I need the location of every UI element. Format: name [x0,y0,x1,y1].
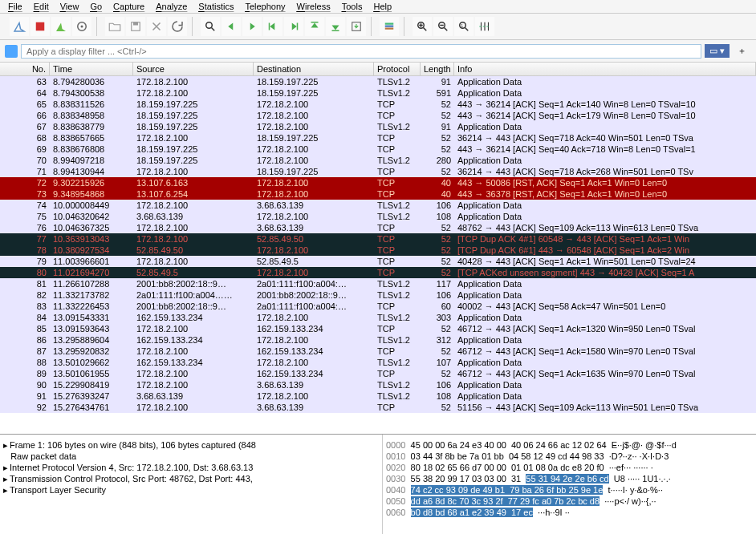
svg-text:1: 1 [461,23,463,28]
packet-list-header: No. Time Source Destination Protocol Len… [0,63,756,76]
svg-rect-7 [297,23,299,30]
menu-tools[interactable]: Tools [342,2,363,11]
menu-telephony[interactable]: Telephony [245,2,285,11]
tree-item[interactable]: ▸Transport Layer Security [3,484,379,496]
svg-point-2 [81,26,83,28]
svg-rect-0 [36,22,45,31]
packet-row[interactable]: 708.99409721818.159.197.225172.18.2.100T… [0,155,756,166]
menubar: FileEditViewGoCaptureAnalyzeStatisticsTe… [0,0,756,14]
packet-row[interactable]: 8513.091593643172.18.2.100162.159.133.23… [0,323,756,334]
packet-row[interactable]: 8211.3321737822a01:111:f100:a004……2001:b… [0,289,756,301]
packet-list-body[interactable]: 638.794280036172.18.2.10018.159.197.225T… [0,76,756,434]
find-icon[interactable] [201,17,220,36]
packet-row[interactable]: 698.83867680818.159.197.225172.18.2.100T… [0,144,756,155]
col-len[interactable]: Length [421,63,454,75]
packet-row[interactable]: 9015.229908419172.18.2.1003.68.63.139TLS… [0,379,756,390]
packet-row[interactable]: 7510.0463206423.68.63.139172.18.2.100TLS… [0,211,756,222]
col-proto[interactable]: Protocol [374,63,421,75]
packet-row[interactable]: 8413.091543331162.159.133.234172.18.2.10… [0,312,756,323]
packet-row[interactable]: 7410.000008449172.18.2.1003.68.63.139TLS… [0,200,756,211]
packet-row[interactable]: 8311.3322264532001:bb8:2002:18::9…2a01:1… [0,301,756,312]
options-icon[interactable] [72,17,91,36]
col-no[interactable]: No. [0,63,50,75]
menu-help[interactable]: Help [373,2,392,11]
packet-row[interactable]: 8111.2661072882001:bb8:2002:18::9…2a01:1… [0,278,756,289]
bottom-panels: ▸Frame 1: 106 bytes on wire (848 bits), … [0,434,756,534]
packet-row[interactable]: 7810.38092753452.85.49.50172.18.2.100TCP… [0,245,756,256]
jump-next-icon[interactable] [284,17,303,36]
packet-row[interactable]: 8011.02169427052.85.49.5172.18.2.100TCP5… [0,267,756,278]
menu-analyze[interactable]: Analyze [156,2,187,11]
packet-row[interactable]: 8913.501061955172.18.2.100162.159.133.23… [0,368,756,379]
menu-wireless[interactable]: Wireless [297,2,331,11]
svg-rect-8 [311,22,319,23]
svg-rect-9 [332,30,339,32]
hex-row[interactable]: 0040 74 c2 cc 93 09 de 49 b1 79 ba 26 6f… [386,484,753,496]
menu-file[interactable]: File [8,2,22,11]
hex-row[interactable]: 0020 80 18 02 65 66 d7 00 00 01 01 08 0a… [386,462,753,473]
menu-go[interactable]: Go [90,2,102,11]
packet-row[interactable]: 729.30221592613.107.6.163172.18.2.100TCP… [0,177,756,188]
hex-row[interactable]: 0050 dd a6 8d 8c 70 3c 93 2f 77 29 fc a0… [386,496,753,507]
tree-item[interactable]: ▸Transmission Control Protocol, Src Port… [3,473,379,484]
packet-tree[interactable]: ▸Frame 1: 106 bytes on wire (848 bits), … [0,435,383,534]
close-icon[interactable] [147,17,166,36]
packet-row[interactable]: 9215.276434761172.18.2.1003.68.63.139TCP… [0,402,756,413]
zoom-in-icon[interactable] [413,17,432,36]
menu-capture[interactable]: Capture [113,2,144,11]
restart-icon[interactable] [51,17,71,36]
open-icon[interactable] [105,17,124,36]
col-time[interactable]: Time [50,63,133,75]
go-to-last-icon[interactable] [326,17,345,36]
svg-point-5 [206,22,213,29]
packet-row[interactable]: 7610.046367325172.18.2.1003.68.63.139TCP… [0,222,756,233]
menu-edit[interactable]: Edit [34,2,49,11]
col-info[interactable]: Info [454,63,756,75]
packet-row[interactable]: 739.34895486813.107.6.254172.18.2.100TCP… [0,188,756,200]
reload-icon[interactable] [168,17,187,36]
col-dst[interactable]: Destination [254,63,374,75]
display-filter-input[interactable] [21,44,701,59]
save-icon[interactable] [126,17,145,36]
menu-view[interactable]: View [60,2,79,11]
next-icon[interactable] [242,17,262,36]
packet-row[interactable]: 718.994130944172.18.2.10018.159.197.225T… [0,166,756,177]
packet-row[interactable]: 8813.501029662162.159.133.234172.18.2.10… [0,357,756,368]
zoom-reset-icon[interactable]: 1 [454,17,474,36]
auto-scroll-icon[interactable] [347,17,366,36]
packet-row[interactable]: 8613.295889604162.159.133.234172.18.2.10… [0,334,756,346]
stop-icon[interactable] [30,17,50,36]
packet-row[interactable]: 7710.363913043172.18.2.10052.85.49.50TCP… [0,233,756,245]
packet-row[interactable]: 678.83863877918.159.197.225172.18.2.100T… [0,121,756,132]
packet-row[interactable]: 9115.2763932473.68.63.139172.18.2.100TLS… [0,390,756,402]
apply-filter-button[interactable]: ▭ ▾ [705,44,730,58]
packet-row[interactable]: 8713.295920832172.18.2.100162.159.133.23… [0,346,756,357]
prev-icon[interactable] [222,17,241,36]
shark-fin-icon[interactable] [10,17,29,36]
packet-row[interactable]: 648.794300538172.18.2.10018.159.197.225T… [0,87,756,99]
tree-item[interactable]: ▸Frame 1: 106 bytes on wire (848 bits), … [3,439,379,451]
packet-row[interactable]: 668.83834895818.159.197.225172.18.2.100T… [0,110,756,121]
go-to-first-icon[interactable] [305,17,324,36]
resize-cols-icon[interactable] [475,17,494,36]
filter-plus-button[interactable]: ＋ [733,43,751,59]
col-src[interactable]: Source [133,63,254,75]
menu-statistics[interactable]: Statistics [198,2,234,11]
packet-row[interactable]: 638.794280036172.18.2.10018.159.197.225T… [0,76,756,87]
colorize-icon[interactable] [380,17,399,36]
packet-row[interactable]: 7911.003966601172.18.2.10052.85.49.5TCP5… [0,256,756,267]
zoom-out-icon[interactable] [433,17,453,36]
bookmark-icon[interactable] [5,45,18,58]
tree-item[interactable]: ▸Internet Protocol Version 4, Src: 172.1… [3,462,379,473]
hex-row[interactable]: 0030 55 38 20 99 17 03 03 00 31 55 31 94… [386,473,753,484]
svg-rect-11 [385,23,394,25]
hex-dump[interactable]: 0000 45 00 00 6a 24 e3 40 00 40 06 24 66… [383,435,756,534]
packet-row[interactable]: 688.838657665172.18.2.10018.159.197.225T… [0,132,756,144]
hex-row[interactable]: 0000 45 00 00 6a 24 e3 40 00 40 06 24 66… [386,439,753,451]
jump-prev-icon[interactable] [263,17,282,36]
svg-rect-12 [385,26,394,27]
tree-item[interactable]: Raw packet data [3,451,379,462]
packet-row[interactable]: 658.83831152618.159.197.225172.18.2.100T… [0,99,756,110]
hex-row[interactable]: 0010 03 44 3f 8b be 7a 01 bb 04 58 12 49… [386,451,753,462]
hex-row[interactable]: 0060 b0 d8 bd 68 a1 e2 39 49 17 ec ···h·… [386,507,753,518]
